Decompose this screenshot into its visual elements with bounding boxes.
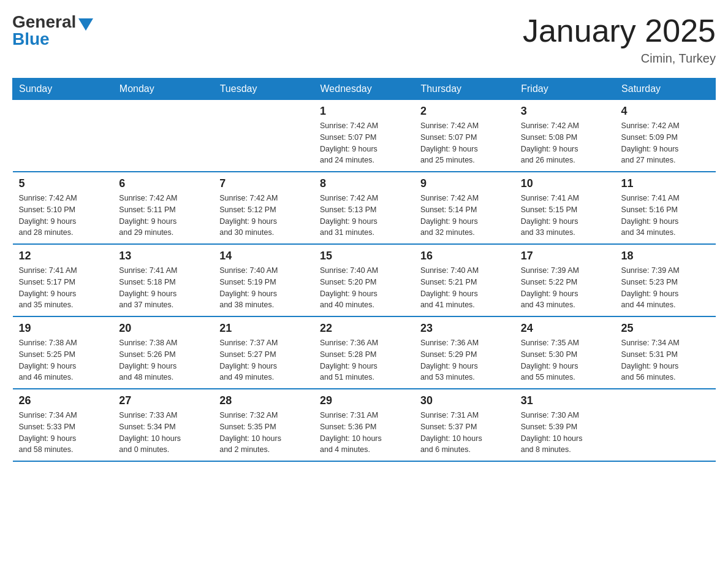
day-number: 9 — [420, 177, 509, 190]
day-info: Sunrise: 7:31 AM Sunset: 5:37 PM Dayligh… — [420, 410, 509, 456]
calendar-cell: 5Sunrise: 7:42 AM Sunset: 5:10 PM Daylig… — [13, 172, 113, 244]
day-number: 6 — [119, 177, 207, 190]
day-number: 20 — [119, 322, 207, 335]
calendar-cell: 4Sunrise: 7:42 AM Sunset: 5:09 PM Daylig… — [615, 100, 716, 172]
day-number: 25 — [621, 322, 710, 335]
calendar-cell — [113, 100, 213, 172]
calendar-cell: 18Sunrise: 7:39 AM Sunset: 5:23 PM Dayli… — [615, 244, 716, 316]
day-number: 2 — [420, 105, 509, 118]
day-info: Sunrise: 7:41 AM Sunset: 5:15 PM Dayligh… — [521, 193, 609, 239]
calendar-cell: 21Sunrise: 7:37 AM Sunset: 5:27 PM Dayli… — [213, 316, 314, 389]
calendar-cell: 2Sunrise: 7:42 AM Sunset: 5:07 PM Daylig… — [414, 100, 515, 172]
calendar-cell: 20Sunrise: 7:38 AM Sunset: 5:26 PM Dayli… — [113, 316, 213, 389]
day-info: Sunrise: 7:34 AM Sunset: 5:33 PM Dayligh… — [19, 410, 107, 456]
day-info: Sunrise: 7:42 AM Sunset: 5:12 PM Dayligh… — [219, 193, 308, 239]
day-number: 14 — [219, 250, 308, 262]
day-info: Sunrise: 7:39 AM Sunset: 5:23 PM Dayligh… — [621, 265, 710, 311]
day-number: 19 — [19, 322, 107, 335]
calendar-cell: 25Sunrise: 7:34 AM Sunset: 5:31 PM Dayli… — [615, 316, 716, 389]
calendar-cell: 6Sunrise: 7:42 AM Sunset: 5:11 PM Daylig… — [113, 172, 213, 244]
day-number: 1 — [320, 105, 408, 118]
day-info: Sunrise: 7:42 AM Sunset: 5:10 PM Dayligh… — [19, 193, 107, 239]
calendar-cell: 1Sunrise: 7:42 AM Sunset: 5:07 PM Daylig… — [314, 100, 414, 172]
weekday-header-saturday: Saturday — [615, 79, 716, 100]
day-number: 5 — [19, 177, 107, 190]
calendar-cell: 10Sunrise: 7:41 AM Sunset: 5:15 PM Dayli… — [515, 172, 615, 244]
day-number: 16 — [420, 250, 509, 262]
calendar-cell: 23Sunrise: 7:36 AM Sunset: 5:29 PM Dayli… — [414, 316, 515, 389]
day-info: Sunrise: 7:37 AM Sunset: 5:27 PM Dayligh… — [219, 337, 308, 383]
day-info: Sunrise: 7:42 AM Sunset: 5:08 PM Dayligh… — [521, 120, 609, 166]
day-number: 12 — [19, 250, 107, 262]
day-number: 11 — [621, 177, 710, 190]
day-number: 7 — [219, 177, 308, 190]
day-number: 31 — [521, 394, 609, 407]
day-info: Sunrise: 7:38 AM Sunset: 5:25 PM Dayligh… — [19, 337, 107, 383]
calendar-cell: 17Sunrise: 7:39 AM Sunset: 5:22 PM Dayli… — [515, 244, 615, 316]
day-info: Sunrise: 7:42 AM Sunset: 5:14 PM Dayligh… — [420, 193, 509, 239]
day-info: Sunrise: 7:38 AM Sunset: 5:26 PM Dayligh… — [119, 337, 207, 383]
day-number: 13 — [119, 250, 207, 262]
weekday-header-thursday: Thursday — [414, 79, 515, 100]
day-info: Sunrise: 7:41 AM Sunset: 5:18 PM Dayligh… — [119, 265, 207, 311]
weekday-header-tuesday: Tuesday — [213, 79, 314, 100]
weekday-header-monday: Monday — [113, 79, 213, 100]
page-header: General Blue January 2025 Cimin, Turkey — [12, 12, 716, 66]
day-info: Sunrise: 7:32 AM Sunset: 5:35 PM Dayligh… — [219, 410, 308, 456]
calendar-week-row: 26Sunrise: 7:34 AM Sunset: 5:33 PM Dayli… — [13, 389, 716, 461]
weekday-header-row: SundayMondayTuesdayWednesdayThursdayFrid… — [13, 79, 716, 100]
day-number: 18 — [621, 250, 710, 262]
day-number: 30 — [420, 394, 509, 407]
calendar-cell: 9Sunrise: 7:42 AM Sunset: 5:14 PM Daylig… — [414, 172, 515, 244]
calendar-cell: 27Sunrise: 7:33 AM Sunset: 5:34 PM Dayli… — [113, 389, 213, 461]
logo-blue-text: Blue — [12, 29, 50, 49]
day-number: 4 — [621, 105, 710, 118]
calendar-table: SundayMondayTuesdayWednesdayThursdayFrid… — [12, 78, 716, 462]
day-info: Sunrise: 7:39 AM Sunset: 5:22 PM Dayligh… — [521, 265, 609, 311]
day-number: 28 — [219, 394, 308, 407]
calendar-week-row: 5Sunrise: 7:42 AM Sunset: 5:10 PM Daylig… — [13, 172, 716, 244]
calendar-cell: 19Sunrise: 7:38 AM Sunset: 5:25 PM Dayli… — [13, 316, 113, 389]
day-number: 23 — [420, 322, 509, 335]
calendar-cell: 30Sunrise: 7:31 AM Sunset: 5:37 PM Dayli… — [414, 389, 515, 461]
calendar-cell: 28Sunrise: 7:32 AM Sunset: 5:35 PM Dayli… — [213, 389, 314, 461]
calendar-header: SundayMondayTuesdayWednesdayThursdayFrid… — [13, 79, 716, 100]
calendar-week-row: 12Sunrise: 7:41 AM Sunset: 5:17 PM Dayli… — [13, 244, 716, 316]
day-info: Sunrise: 7:36 AM Sunset: 5:28 PM Dayligh… — [320, 337, 408, 383]
calendar-cell: 12Sunrise: 7:41 AM Sunset: 5:17 PM Dayli… — [13, 244, 113, 316]
day-number: 27 — [119, 394, 207, 407]
calendar-cell: 7Sunrise: 7:42 AM Sunset: 5:12 PM Daylig… — [213, 172, 314, 244]
month-title: January 2025 — [523, 12, 716, 49]
day-info: Sunrise: 7:35 AM Sunset: 5:30 PM Dayligh… — [521, 337, 609, 383]
logo-triangle-icon — [78, 18, 93, 31]
calendar-cell — [13, 100, 113, 172]
weekday-header-wednesday: Wednesday — [314, 79, 414, 100]
location-label: Cimin, Turkey — [523, 52, 716, 66]
day-number: 10 — [521, 177, 609, 190]
weekday-header-friday: Friday — [515, 79, 615, 100]
day-number: 15 — [320, 250, 408, 262]
calendar-cell: 15Sunrise: 7:40 AM Sunset: 5:20 PM Dayli… — [314, 244, 414, 316]
day-number: 24 — [521, 322, 609, 335]
day-info: Sunrise: 7:31 AM Sunset: 5:36 PM Dayligh… — [320, 410, 408, 456]
calendar-cell: 22Sunrise: 7:36 AM Sunset: 5:28 PM Dayli… — [314, 316, 414, 389]
day-number: 22 — [320, 322, 408, 335]
day-info: Sunrise: 7:33 AM Sunset: 5:34 PM Dayligh… — [119, 410, 207, 456]
day-info: Sunrise: 7:42 AM Sunset: 5:13 PM Dayligh… — [320, 193, 408, 239]
calendar-cell: 16Sunrise: 7:40 AM Sunset: 5:21 PM Dayli… — [414, 244, 515, 316]
day-info: Sunrise: 7:42 AM Sunset: 5:07 PM Dayligh… — [320, 120, 408, 166]
calendar-cell: 31Sunrise: 7:30 AM Sunset: 5:39 PM Dayli… — [515, 389, 615, 461]
day-info: Sunrise: 7:42 AM Sunset: 5:09 PM Dayligh… — [621, 120, 710, 166]
calendar-cell: 11Sunrise: 7:41 AM Sunset: 5:16 PM Dayli… — [615, 172, 716, 244]
title-section: January 2025 Cimin, Turkey — [523, 12, 716, 66]
day-number: 3 — [521, 105, 609, 118]
day-info: Sunrise: 7:41 AM Sunset: 5:16 PM Dayligh… — [621, 193, 710, 239]
calendar-week-row: 19Sunrise: 7:38 AM Sunset: 5:25 PM Dayli… — [13, 316, 716, 389]
day-info: Sunrise: 7:40 AM Sunset: 5:20 PM Dayligh… — [320, 265, 408, 311]
day-info: Sunrise: 7:40 AM Sunset: 5:21 PM Dayligh… — [420, 265, 509, 311]
logo: General Blue — [12, 12, 93, 49]
day-info: Sunrise: 7:41 AM Sunset: 5:17 PM Dayligh… — [19, 265, 107, 311]
day-number: 21 — [219, 322, 308, 335]
calendar-cell — [213, 100, 314, 172]
day-number: 17 — [521, 250, 609, 262]
